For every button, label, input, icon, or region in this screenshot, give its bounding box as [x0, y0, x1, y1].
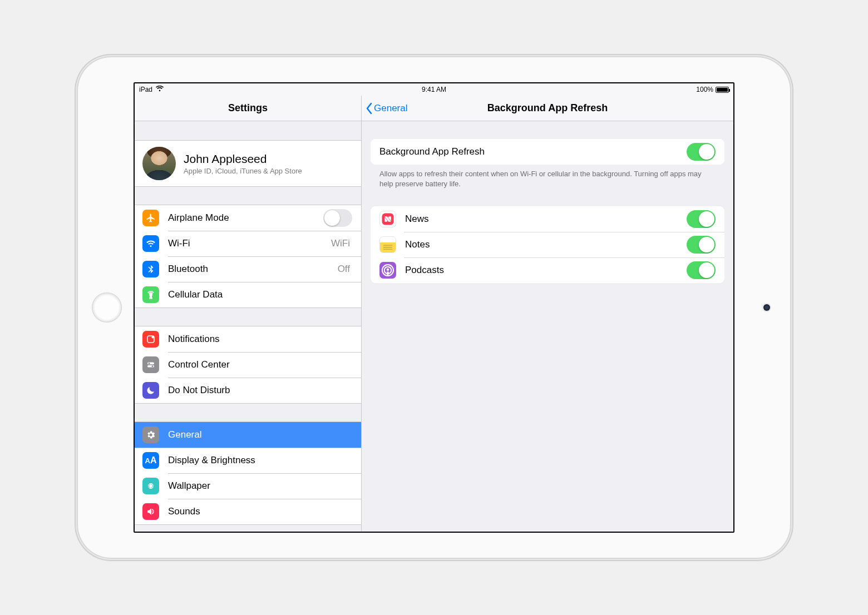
master-refresh-toggle[interactable]	[687, 143, 716, 161]
notes-icon	[379, 236, 396, 253]
clock: 9:41 AM	[422, 86, 446, 93]
airplane-label: Airplane Mode	[168, 212, 323, 224]
front-camera	[763, 304, 770, 311]
device-label: iPad	[139, 86, 152, 93]
home-button[interactable]	[92, 292, 122, 323]
detail-title: Background App Refresh	[487, 102, 608, 114]
refresh-note: Allow apps to refresh their content when…	[362, 165, 733, 189]
account-sub: Apple ID, iCloud, iTunes & App Store	[184, 167, 302, 175]
sidebar-title: Settings	[228, 102, 268, 114]
sidebar-item-dnd[interactable]: Do Not Disturb	[135, 378, 361, 403]
master-refresh-row[interactable]: Background App Refresh	[371, 139, 724, 165]
sounds-label: Sounds	[168, 506, 352, 517]
sidebar-item-wifi[interactable]: Wi-Fi WiFi	[135, 231, 361, 256]
control-center-icon	[142, 356, 159, 373]
sounds-icon	[142, 503, 159, 520]
airplane-icon	[142, 210, 159, 226]
back-label: General	[374, 103, 407, 114]
news-label: News	[405, 214, 687, 225]
notes-toggle[interactable]	[687, 236, 716, 254]
wifi-label: Wi-Fi	[168, 238, 331, 249]
podcasts-icon	[379, 262, 396, 279]
chevron-left-icon	[365, 102, 373, 115]
sidebar-item-general[interactable]: General	[135, 422, 361, 448]
news-icon	[379, 211, 396, 227]
cellular-label: Cellular Data	[168, 289, 352, 300]
avatar	[142, 147, 176, 180]
master-refresh-label: Background App Refresh	[379, 146, 687, 157]
wallpaper-label: Wallpaper	[168, 480, 352, 492]
svg-point-1	[152, 336, 155, 339]
control-center-label: Control Center	[168, 359, 352, 370]
general-label: General	[168, 429, 352, 440]
notes-label: Notes	[405, 239, 687, 250]
sidebar-navbar: Settings	[135, 96, 361, 121]
ipad-device-frame: iPad 9:41 AM 100% Settings	[78, 57, 790, 558]
wifi-value: WiFi	[331, 238, 350, 249]
wifi-icon	[142, 235, 159, 252]
sidebar-item-control-center[interactable]: Control Center	[135, 352, 361, 378]
bluetooth-icon	[142, 261, 159, 277]
detail-pane: General Background App Refresh Backgroun…	[362, 96, 733, 532]
sidebar-item-bluetooth[interactable]: Bluetooth Off	[135, 256, 361, 282]
sidebar-item-cellular[interactable]: Cellular Data	[135, 282, 361, 308]
wifi-icon	[156, 86, 164, 93]
wallpaper-icon	[142, 478, 159, 494]
bluetooth-value: Off	[338, 264, 350, 275]
settings-sidebar: Settings John Appleseed Apple ID, iCloud…	[135, 96, 362, 532]
app-row-notes[interactable]: Notes	[371, 232, 724, 257]
display-label: Display & Brightness	[168, 455, 352, 466]
svg-point-4	[149, 363, 150, 364]
screen: iPad 9:41 AM 100% Settings	[134, 82, 734, 533]
back-button[interactable]: General	[365, 102, 407, 115]
podcasts-toggle[interactable]	[687, 261, 716, 279]
account-row[interactable]: John Appleseed Apple ID, iCloud, iTunes …	[135, 141, 361, 186]
notifications-label: Notifications	[168, 334, 352, 345]
notifications-icon	[142, 331, 159, 348]
app-row-news[interactable]: News	[371, 206, 724, 232]
svg-point-5	[152, 365, 154, 367]
gear-icon	[142, 426, 159, 443]
moon-icon	[142, 382, 159, 399]
sidebar-item-wallpaper[interactable]: Wallpaper	[135, 473, 361, 499]
display-icon: AA	[142, 452, 159, 469]
airplane-toggle[interactable]	[323, 209, 352, 227]
sidebar-item-display[interactable]: AA Display & Brightness	[135, 448, 361, 473]
news-toggle[interactable]	[687, 210, 716, 228]
bluetooth-label: Bluetooth	[168, 264, 338, 275]
svg-point-16	[387, 269, 389, 271]
sidebar-item-notifications[interactable]: Notifications	[135, 326, 361, 352]
sidebar-item-airplane[interactable]: Airplane Mode	[135, 205, 361, 231]
battery-icon	[716, 87, 729, 93]
account-name: John Appleseed	[184, 152, 302, 166]
cellular-icon	[142, 286, 159, 303]
detail-navbar: General Background App Refresh	[362, 96, 733, 121]
sidebar-item-sounds[interactable]: Sounds	[135, 499, 361, 524]
status-bar: iPad 9:41 AM 100%	[135, 83, 733, 96]
battery-percent: 100%	[696, 86, 713, 93]
app-row-podcasts[interactable]: Podcasts	[371, 257, 724, 283]
podcasts-label: Podcasts	[405, 265, 687, 276]
dnd-label: Do Not Disturb	[168, 385, 352, 396]
